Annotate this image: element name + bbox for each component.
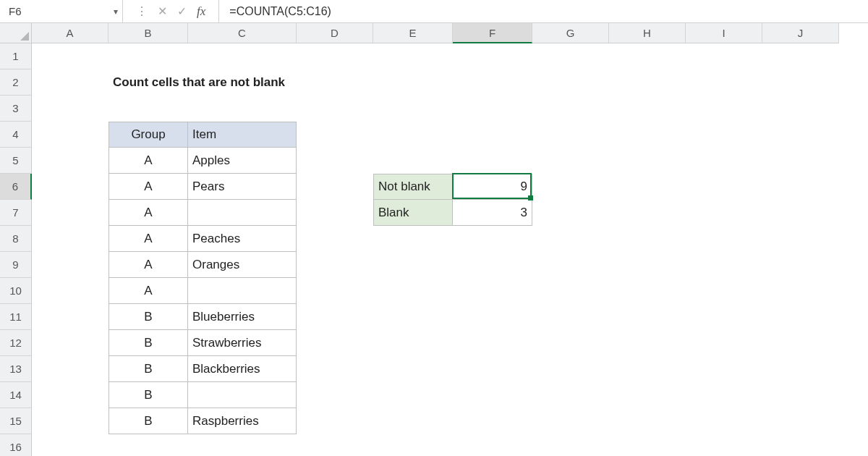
table-row-item[interactable]: Strawberries [188,330,297,356]
table-row-item[interactable] [188,200,297,226]
table-row-item[interactable]: Oranges [188,252,297,278]
table-row-group[interactable]: A [109,226,188,252]
summary-label: Not blank [373,174,453,200]
table-row-group[interactable]: B [109,356,188,382]
row-header-12[interactable]: 12 [0,330,32,356]
name-box-value: F6 [9,5,22,17]
row-header-6[interactable]: 6 [0,174,32,200]
table-row-item[interactable]: Apples [188,148,297,174]
chevron-down-icon[interactable]: ▾ [114,7,118,17]
column-headers: ABCDEFGHIJ [32,23,839,43]
table-row-item[interactable]: Blueberries [188,304,297,330]
select-all-corner[interactable] [0,23,32,43]
summary-value[interactable]: 3 [453,200,532,226]
enter-icon[interactable]: ✓ [177,4,187,18]
table-row-group[interactable]: B [109,330,188,356]
column-header-A[interactable]: A [32,23,109,43]
summary-value[interactable]: 9 [453,174,532,200]
table-row-item[interactable]: Peaches [188,226,297,252]
column-header-C[interactable]: C [188,23,297,43]
formula-bar: F6 ▾ ⋮ ✕ ✓ fx =COUNTA(C5:C16) [0,0,868,23]
name-box[interactable]: F6 ▾ [0,0,123,22]
table-row-group[interactable]: A [109,148,188,174]
row-header-1[interactable]: 1 [0,43,32,69]
excel-window: F6 ▾ ⋮ ✕ ✓ fx =COUNTA(C5:C16) ABCDEFGHIJ… [0,0,868,456]
page-title: Count cells that are not blank [109,69,373,96]
table-row-group[interactable]: A [109,252,188,278]
formula-bar-buttons: ⋮ ✕ ✓ fx [123,4,218,19]
row-headers: 12345678910111213141516 [0,43,32,456]
table-row-item[interactable]: Raspberries [188,408,297,434]
row-header-4[interactable]: 4 [0,122,32,148]
fx-icon[interactable]: fx [197,4,213,19]
row-header-16[interactable]: 16 [0,434,32,456]
column-header-G[interactable]: G [532,23,609,43]
column-header-F[interactable]: F [453,23,532,43]
table-header-group: Group [109,122,188,148]
column-header-E[interactable]: E [373,23,453,43]
row-header-8[interactable]: 8 [0,226,32,252]
row-header-7[interactable]: 7 [0,200,32,226]
column-header-B[interactable]: B [109,23,188,43]
table-row-item[interactable] [188,278,297,304]
table-row-group[interactable]: B [109,408,188,434]
column-header-J[interactable]: J [762,23,839,43]
column-header-H[interactable]: H [609,23,686,43]
table-header-item: Item [188,122,297,148]
formula-text: =COUNTA(C5:C16) [229,5,331,18]
row-header-3[interactable]: 3 [0,96,32,122]
row-header-10[interactable]: 10 [0,278,32,304]
cancel-icon[interactable]: ✕ [158,4,167,18]
column-header-I[interactable]: I [686,23,762,43]
row-header-15[interactable]: 15 [0,408,32,434]
row-header-9[interactable]: 9 [0,252,32,278]
table-row-group[interactable]: B [109,304,188,330]
table-row-group[interactable]: A [109,278,188,304]
row-header-2[interactable]: 2 [0,69,32,96]
summary-label: Blank [373,200,453,226]
table-row-item[interactable]: Blackberries [188,356,297,382]
row-header-14[interactable]: 14 [0,382,32,408]
table-row-item[interactable] [188,382,297,408]
row-header-11[interactable]: 11 [0,304,32,330]
table-row-group[interactable]: B [109,382,188,408]
table-row-item[interactable]: Pears [188,174,297,200]
formula-input[interactable]: =COUNTA(C5:C16) [219,0,868,22]
more-icon[interactable]: ⋮ [136,4,148,18]
table-row-group[interactable]: A [109,200,188,226]
row-header-5[interactable]: 5 [0,148,32,174]
column-header-D[interactable]: D [297,23,373,43]
row-header-13[interactable]: 13 [0,356,32,382]
table-row-group[interactable]: A [109,174,188,200]
